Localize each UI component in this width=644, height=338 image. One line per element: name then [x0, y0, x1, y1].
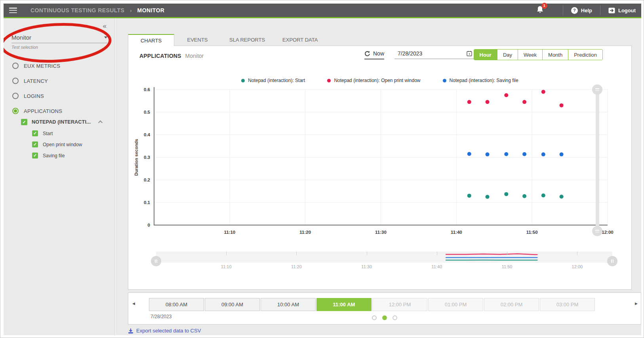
sidebar-radio-eux-metrics[interactable]: EUX METRICS	[12, 63, 62, 69]
tab-charts[interactable]: CHARTS	[128, 34, 174, 46]
checkbox-checked-icon[interactable]: ✓	[32, 141, 38, 147]
tab-sla-reports[interactable]: SLA REPORTS	[221, 34, 274, 46]
svg-text:12:00: 12:00	[602, 230, 613, 235]
pagination-dot-active[interactable]	[382, 315, 387, 320]
pagination-dot[interactable]	[392, 315, 397, 320]
legend-label: Notepad (interaction): Start	[248, 78, 305, 83]
legend-item[interactable]: Notepad (interaction): Saving file	[443, 78, 518, 83]
data-point[interactable]	[560, 103, 564, 107]
data-point[interactable]	[486, 195, 490, 199]
navigator-tick-label: 11:20	[291, 264, 302, 269]
application-tree: ✓ NOTEPAD (INTERACTI... ✓Start✓Open prin…	[21, 119, 112, 164]
topbar-divider	[563, 5, 563, 15]
now-refresh-button[interactable]: Now	[364, 50, 384, 59]
radio-selected-icon[interactable]	[12, 108, 19, 114]
range-button-month[interactable]: Month	[542, 50, 568, 60]
checkbox-checked-icon[interactable]: ✓	[32, 130, 38, 136]
svg-text:0.2: 0.2	[144, 178, 150, 182]
tab-export-data[interactable]: EXPORT DATA	[274, 34, 326, 46]
logout-button[interactable]: Logout	[608, 8, 636, 13]
data-point[interactable]	[522, 194, 526, 198]
hamburger-menu-icon[interactable]	[9, 8, 17, 13]
data-point[interactable]	[560, 195, 564, 199]
svg-text:0.3: 0.3	[144, 155, 150, 160]
svg-text:0.6: 0.6	[144, 87, 150, 92]
radio-icon[interactable]	[12, 93, 19, 99]
range-button-day[interactable]: Day	[497, 50, 518, 60]
pagination-dot[interactable]	[372, 315, 377, 320]
svg-text:0.5: 0.5	[144, 110, 151, 115]
tab-events[interactable]: EVENTS	[174, 34, 221, 46]
y-range-slider-track[interactable]	[596, 90, 599, 231]
tree-parent-notepad[interactable]: ✓ NOTEPAD (INTERACTI...	[21, 119, 112, 125]
data-point[interactable]	[541, 90, 545, 94]
data-point[interactable]	[504, 152, 508, 156]
next-hours-arrow[interactable]: ▶	[635, 302, 638, 306]
range-button-group: HourDayWeekMonthPrediction	[474, 49, 603, 60]
question-icon: ?	[571, 7, 578, 14]
svg-text:Duration seconds: Duration seconds	[134, 139, 139, 176]
test-selection-label: Test selection	[11, 45, 107, 50]
data-point[interactable]	[467, 100, 471, 104]
checkbox-checked-icon[interactable]: ✓	[21, 119, 27, 125]
hour-button-12-00-pm: 12:00 PM	[372, 298, 427, 311]
breadcrumb-separator-icon: ›	[130, 8, 131, 13]
tree-children: ✓Start✓Open print window✓Saving file	[32, 130, 112, 158]
sidebar-radio-logins[interactable]: LOGINS	[12, 93, 62, 99]
data-point[interactable]	[467, 152, 471, 156]
svg-text:11:30: 11:30	[375, 230, 387, 235]
legend-dot-icon	[327, 79, 331, 82]
navigator-handle-right[interactable]	[607, 256, 617, 266]
legend-item[interactable]: Notepad (interaction): Start	[241, 78, 305, 83]
export-csv-link[interactable]: Export selected data to CSV	[128, 328, 201, 334]
range-button-prediction[interactable]: Prediction	[568, 50, 602, 60]
y-range-slider-handle-bottom[interactable]	[592, 226, 602, 236]
data-point[interactable]	[560, 153, 564, 157]
tree-child-saving-file[interactable]: ✓Saving file	[32, 153, 112, 158]
hour-button-03-00-pm: 03:00 PM	[540, 298, 595, 311]
legend-dot-icon	[241, 79, 245, 82]
notifications-button[interactable]: 1	[536, 6, 544, 15]
data-point[interactable]	[522, 152, 526, 156]
breadcrumb-root[interactable]: CONTINUOUS TESTING RESULTS	[30, 7, 124, 13]
legend-label: Notepad (interaction): Open print window	[334, 78, 420, 83]
tabs-row: CHARTSEVENTSSLA REPORTSEXPORT DATA	[128, 34, 326, 46]
date-picker-field[interactable]: 7/28/2023	[394, 50, 474, 59]
checkbox-checked-icon[interactable]: ✓	[32, 153, 38, 158]
navigator-handle-left[interactable]	[151, 256, 161, 266]
sidebar-radio-latency[interactable]: LATENCY	[12, 78, 62, 84]
chevron-up-icon[interactable]	[98, 120, 103, 125]
data-point[interactable]	[522, 100, 526, 104]
tree-child-open-print-window[interactable]: ✓Open print window	[32, 141, 112, 147]
hour-button-09-00-am[interactable]: 09:00 AM	[205, 298, 260, 311]
tree-child-start[interactable]: ✓Start	[32, 130, 112, 136]
y-range-slider-handle-top[interactable]	[592, 84, 602, 95]
hour-button-01-00-pm: 01:00 PM	[428, 298, 483, 311]
data-point[interactable]	[504, 192, 508, 196]
data-point[interactable]	[541, 153, 545, 157]
legend-item[interactable]: Notepad (interaction): Open print window	[327, 78, 420, 83]
data-point[interactable]	[541, 193, 545, 197]
sidebar-collapse-icon[interactable]: «	[103, 22, 107, 30]
now-label: Now	[373, 50, 384, 57]
app-root: CONTINUOUS TESTING RESULTS › MONITOR 1 ?…	[0, 0, 644, 338]
hour-button-11-00-am[interactable]: 11:00 AM	[316, 298, 372, 311]
help-button[interactable]: ? Help	[571, 7, 592, 14]
test-selection-dropdown[interactable]: Monitor Test selection	[11, 34, 107, 50]
data-point[interactable]	[486, 100, 490, 104]
hour-button-08-00-am[interactable]: 08:00 AM	[149, 298, 204, 311]
data-point[interactable]	[486, 153, 490, 157]
range-button-hour[interactable]: Hour	[474, 50, 497, 60]
navigator-tick-label: 11:10	[221, 264, 232, 269]
hour-button-10-00-am[interactable]: 10:00 AM	[261, 298, 316, 311]
hours-row: 08:00 AM09:00 AM10:00 AM11:00 AM12:00 PM…	[149, 298, 595, 311]
data-point[interactable]	[467, 194, 471, 198]
previous-hours-arrow[interactable]: ◀	[132, 302, 135, 306]
refresh-icon	[364, 51, 370, 57]
data-point[interactable]	[504, 93, 508, 97]
range-button-week[interactable]: Week	[518, 50, 542, 60]
radio-icon[interactable]	[12, 78, 19, 84]
radio-icon[interactable]	[12, 63, 19, 69]
navigator-band[interactable]	[156, 252, 612, 263]
sidebar-radio-applications[interactable]: APPLICATIONS	[12, 108, 62, 114]
